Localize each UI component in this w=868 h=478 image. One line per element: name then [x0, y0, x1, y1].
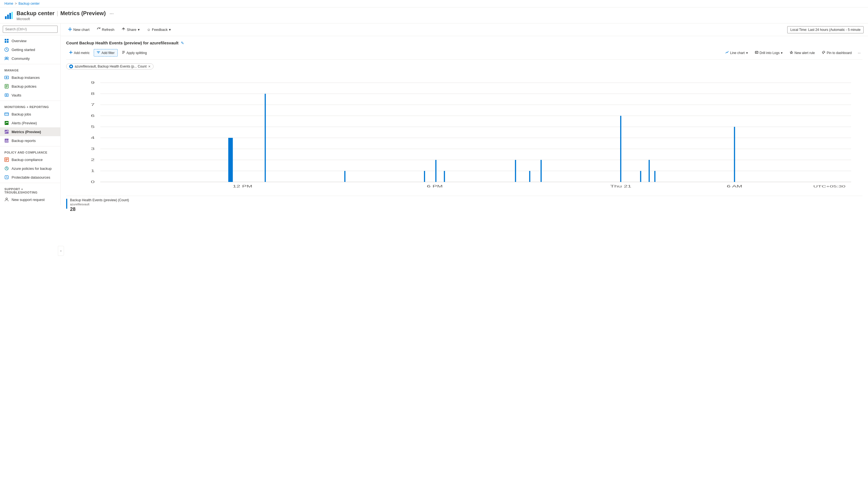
sidebar-item-community[interactable]: Community	[0, 54, 60, 63]
chart-area: 9 8 7 6 5	[66, 77, 863, 193]
sidebar-item-vaults[interactable]: Vaults	[0, 91, 60, 99]
page-title: Backup center	[17, 10, 55, 17]
line-chart-icon	[725, 51, 729, 55]
share-chevron-icon: ▾	[138, 28, 140, 32]
backup-jobs-icon	[4, 112, 9, 116]
add-metric-button[interactable]: Add metric	[66, 49, 93, 57]
sidebar-collapse-button[interactable]: ‹	[58, 246, 64, 256]
filter-tag: azurefilesvault, Backup Health Events (p…	[66, 63, 154, 69]
alerts-icon	[4, 121, 9, 125]
share-icon	[122, 27, 125, 32]
backup-instances-label: Backup instances	[11, 76, 40, 80]
svg-rect-4	[5, 39, 6, 40]
header-ellipsis-button[interactable]: ···	[108, 10, 116, 17]
header-text-group: Backup center | Metrics (Preview) ··· Mi…	[17, 10, 116, 21]
section-policy: Policy and compliance	[0, 148, 60, 155]
new-alert-rule-button[interactable]: New alert rule	[787, 49, 818, 57]
divider-monitoring	[0, 100, 60, 101]
sidebar-item-backup-compliance[interactable]: Backup compliance	[0, 155, 60, 164]
feedback-button[interactable]: ☺ Feedback ▾	[144, 26, 174, 33]
drill-into-logs-button[interactable]: Drill into Logs ▾	[752, 49, 786, 57]
filter-tag-container: azurefilesvault, Backup Health Events (p…	[66, 63, 863, 73]
pin-label: Pin to dashboard	[827, 51, 852, 55]
chart-toolbar: Add metric Add filter Apply splitting	[66, 49, 863, 60]
support-request-label: New support request	[11, 198, 45, 202]
backup-compliance-label: Backup compliance	[11, 158, 43, 162]
drill-logs-icon	[755, 51, 758, 55]
search-input[interactable]	[3, 26, 58, 33]
svg-text:9: 9	[91, 81, 95, 85]
filter-tag-close[interactable]: ×	[148, 64, 151, 68]
svg-point-9	[5, 57, 7, 59]
sidebar-item-protectable-datasources[interactable]: Protectable datasources	[0, 173, 60, 182]
breadcrumb-separator: >	[15, 2, 17, 5]
new-chart-icon	[68, 27, 72, 32]
svg-rect-15	[5, 113, 8, 116]
add-filter-label: Add filter	[101, 51, 114, 55]
breadcrumb-current[interactable]: Backup center	[19, 2, 40, 5]
new-alert-icon	[790, 51, 793, 55]
add-filter-button[interactable]: Add filter	[94, 49, 117, 57]
azure-policies-label: Azure policies for backup	[11, 167, 52, 171]
breadcrumb-home[interactable]: Home	[4, 2, 13, 5]
sidebar-item-backup-instances[interactable]: Backup instances	[0, 73, 60, 82]
sidebar-item-metrics[interactable]: Metrics (Preview)	[0, 127, 60, 136]
line-chart-button[interactable]: Line chart ▾	[722, 49, 751, 57]
svg-text:7: 7	[91, 103, 95, 107]
add-metric-icon	[69, 51, 72, 55]
svg-text:12 PM: 12 PM	[232, 184, 252, 188]
svg-text:Thu 21: Thu 21	[610, 184, 631, 188]
feedback-chevron-icon: ▾	[169, 28, 171, 32]
svg-text:6 AM: 6 AM	[727, 184, 742, 188]
support-request-icon	[4, 198, 9, 202]
getting-started-icon	[4, 48, 9, 52]
more-options-button[interactable]: ···	[856, 49, 863, 57]
share-label: Share	[127, 28, 136, 32]
sidebar-item-overview[interactable]: Overview	[0, 36, 60, 45]
time-selector[interactable]: Local Time: Last 24 hours (Automatic - 5…	[787, 26, 864, 33]
sidebar-item-azure-policies[interactable]: Azure policies for backup	[0, 164, 60, 173]
pin-to-dashboard-button[interactable]: Pin to dashboard	[819, 49, 855, 57]
sidebar-item-support-request[interactable]: New support request	[0, 195, 60, 204]
sidebar-item-backup-jobs[interactable]: Backup jobs	[0, 110, 60, 119]
new-chart-button[interactable]: New chart	[65, 26, 93, 34]
page-header: Backup center | Metrics (Preview) ··· Mi…	[0, 7, 868, 24]
sidebar-item-getting-started[interactable]: Getting started	[0, 45, 60, 54]
community-icon	[4, 56, 9, 61]
overview-icon	[4, 38, 9, 43]
svg-rect-5	[7, 39, 8, 40]
sidebar-item-alerts[interactable]: Alerts (Preview)	[0, 119, 60, 127]
add-filter-icon	[97, 51, 100, 55]
apply-splitting-button[interactable]: Apply splitting	[119, 49, 150, 57]
pin-icon	[822, 51, 825, 55]
apply-splitting-label: Apply splitting	[126, 51, 147, 55]
section-support: Support + troubleshooting	[0, 184, 60, 195]
new-alert-label: New alert rule	[795, 51, 815, 55]
feedback-label: Feedback	[152, 28, 167, 32]
line-chart-chevron: ▾	[746, 51, 748, 55]
content-area: New chart Refresh Share ▾ ☺	[61, 24, 868, 478]
refresh-label: Refresh	[102, 28, 115, 32]
svg-point-14	[6, 94, 7, 96]
main-layout: Overview Getting started Community	[0, 24, 868, 478]
svg-rect-13	[5, 94, 8, 96]
sidebar: Overview Getting started Community	[0, 24, 61, 205]
svg-text:5: 5	[91, 125, 95, 129]
divider-manage	[0, 64, 60, 64]
chart-legend: Backup Health Events (preview) (Count) a…	[66, 196, 863, 212]
sidebar-item-backup-policies[interactable]: Backup policies	[0, 82, 60, 91]
svg-text:0: 0	[91, 180, 95, 184]
page-subtitle: Metrics (Preview)	[60, 10, 106, 17]
share-button[interactable]: Share ▾	[119, 26, 143, 34]
legend-value: 28	[70, 207, 129, 212]
sidebar-item-backup-reports[interactable]: Backup reports	[0, 136, 60, 145]
svg-rect-1	[7, 14, 9, 19]
vaults-label: Vaults	[11, 93, 21, 97]
breadcrumb: Home > Backup center	[0, 0, 868, 7]
chart-edit-icon[interactable]: ✎	[181, 41, 184, 45]
svg-rect-24	[66, 77, 863, 193]
svg-text:2: 2	[91, 158, 95, 162]
refresh-button[interactable]: Refresh	[94, 26, 118, 34]
protectable-datasources-label: Protectable datasources	[11, 175, 50, 179]
top-toolbar: New chart Refresh Share ▾ ☺	[61, 24, 868, 36]
